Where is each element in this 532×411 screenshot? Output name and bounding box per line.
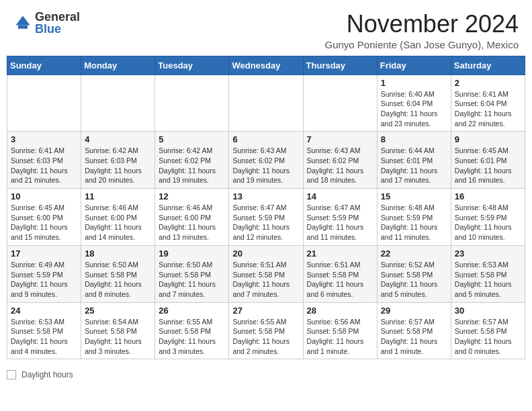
day-number: 4 xyxy=(85,134,151,144)
calendar-table: SundayMondayTuesdayWednesdayThursdayFrid… xyxy=(7,56,525,360)
day-number: 2 xyxy=(455,78,521,88)
day-number: 13 xyxy=(232,191,299,201)
day-info: Sunrise: 6:47 AM Sunset: 5:59 PM Dayligh… xyxy=(307,203,373,242)
calendar-cell: 9Sunrise: 6:45 AM Sunset: 6:01 PM Daylig… xyxy=(451,132,525,189)
day-number: 21 xyxy=(307,248,373,259)
weekday-header-row: SundayMondayTuesdayWednesdayThursdayFrid… xyxy=(7,56,525,75)
day-number: 5 xyxy=(159,134,225,144)
day-number: 28 xyxy=(307,306,373,316)
weekday-header: Tuesday xyxy=(155,56,229,75)
calendar-cell: 22Sunrise: 6:52 AM Sunset: 5:58 PM Dayli… xyxy=(377,245,451,302)
calendar-cell: 17Sunrise: 6:49 AM Sunset: 5:59 PM Dayli… xyxy=(7,245,81,302)
calendar-cell: 11Sunrise: 6:46 AM Sunset: 6:00 PM Dayli… xyxy=(81,189,155,246)
day-info: Sunrise: 6:51 AM Sunset: 5:58 PM Dayligh… xyxy=(232,260,299,300)
calendar-cell: 14Sunrise: 6:47 AM Sunset: 5:59 PM Dayli… xyxy=(303,189,377,246)
day-info: Sunrise: 6:51 AM Sunset: 5:58 PM Dayligh… xyxy=(307,260,373,300)
svg-rect-1 xyxy=(18,26,28,29)
day-number: 8 xyxy=(381,134,447,144)
calendar-cell: 4Sunrise: 6:42 AM Sunset: 6:03 PM Daylig… xyxy=(81,132,155,189)
svg-marker-0 xyxy=(16,16,30,26)
day-number: 18 xyxy=(85,248,151,259)
calendar-cell: 19Sunrise: 6:50 AM Sunset: 5:58 PM Dayli… xyxy=(155,245,229,302)
weekday-header: Monday xyxy=(81,56,155,75)
logo-general: General xyxy=(35,11,80,23)
calendar-week-row: 24Sunrise: 6:53 AM Sunset: 5:58 PM Dayli… xyxy=(7,302,525,359)
weekday-header: Wednesday xyxy=(229,56,303,75)
day-number: 14 xyxy=(307,191,373,201)
day-info: Sunrise: 6:41 AM Sunset: 6:04 PM Dayligh… xyxy=(455,89,521,129)
day-info: Sunrise: 6:53 AM Sunset: 5:58 PM Dayligh… xyxy=(11,317,77,357)
calendar-week-row: 10Sunrise: 6:45 AM Sunset: 6:00 PM Dayli… xyxy=(7,189,525,246)
location-title: Gunyo Poniente (San Jose Gunyo), Mexico xyxy=(325,39,519,50)
calendar-cell xyxy=(7,75,81,132)
calendar-cell: 27Sunrise: 6:55 AM Sunset: 5:58 PM Dayli… xyxy=(229,302,303,359)
day-number: 11 xyxy=(85,191,151,201)
day-info: Sunrise: 6:53 AM Sunset: 5:58 PM Dayligh… xyxy=(455,260,521,300)
calendar-cell: 1Sunrise: 6:40 AM Sunset: 6:04 PM Daylig… xyxy=(377,75,451,132)
day-info: Sunrise: 6:54 AM Sunset: 5:58 PM Dayligh… xyxy=(85,317,151,357)
calendar-cell: 21Sunrise: 6:51 AM Sunset: 5:58 PM Dayli… xyxy=(303,245,377,302)
calendar-cell: 12Sunrise: 6:46 AM Sunset: 6:00 PM Dayli… xyxy=(155,189,229,246)
page-header: General Blue November 2024 Gunyo Ponient… xyxy=(0,0,532,56)
day-number: 24 xyxy=(11,306,77,316)
day-info: Sunrise: 6:48 AM Sunset: 5:59 PM Dayligh… xyxy=(455,203,521,242)
day-info: Sunrise: 6:42 AM Sunset: 6:02 PM Dayligh… xyxy=(159,146,225,185)
day-number: 29 xyxy=(381,306,447,316)
day-number: 20 xyxy=(232,248,299,259)
daylight-icon xyxy=(7,370,16,379)
day-number: 26 xyxy=(159,306,225,316)
day-info: Sunrise: 6:45 AM Sunset: 6:01 PM Dayligh… xyxy=(455,146,521,185)
calendar-cell: 20Sunrise: 6:51 AM Sunset: 5:58 PM Dayli… xyxy=(229,245,303,302)
day-number: 12 xyxy=(159,191,225,201)
day-info: Sunrise: 6:50 AM Sunset: 5:58 PM Dayligh… xyxy=(159,260,225,300)
calendar-cell xyxy=(155,75,229,132)
day-info: Sunrise: 6:48 AM Sunset: 5:59 PM Dayligh… xyxy=(381,203,447,242)
day-number: 22 xyxy=(381,248,447,259)
calendar-cell xyxy=(81,75,155,132)
logo-text: General Blue xyxy=(35,11,80,35)
day-number: 27 xyxy=(232,306,299,316)
calendar-cell: 10Sunrise: 6:45 AM Sunset: 6:00 PM Dayli… xyxy=(7,189,81,246)
calendar-cell xyxy=(229,75,303,132)
calendar-cell: 2Sunrise: 6:41 AM Sunset: 6:04 PM Daylig… xyxy=(451,75,525,132)
day-number: 16 xyxy=(455,191,521,201)
calendar-wrapper: SundayMondayTuesdayWednesdayThursdayFrid… xyxy=(0,56,532,367)
calendar-cell: 16Sunrise: 6:48 AM Sunset: 5:59 PM Dayli… xyxy=(451,189,525,246)
calendar-cell: 23Sunrise: 6:53 AM Sunset: 5:58 PM Dayli… xyxy=(451,245,525,302)
logo-icon xyxy=(13,13,32,32)
calendar-week-row: 17Sunrise: 6:49 AM Sunset: 5:59 PM Dayli… xyxy=(7,245,525,302)
day-info: Sunrise: 6:57 AM Sunset: 5:58 PM Dayligh… xyxy=(381,317,447,357)
calendar-cell: 6Sunrise: 6:43 AM Sunset: 6:02 PM Daylig… xyxy=(229,132,303,189)
month-title: November 2024 xyxy=(325,11,519,38)
day-info: Sunrise: 6:44 AM Sunset: 6:01 PM Dayligh… xyxy=(381,146,447,185)
day-number: 1 xyxy=(381,78,447,88)
logo: General Blue xyxy=(13,11,80,35)
weekday-header: Friday xyxy=(377,56,451,75)
day-number: 6 xyxy=(232,134,299,144)
day-info: Sunrise: 6:47 AM Sunset: 5:59 PM Dayligh… xyxy=(232,203,299,242)
calendar-week-row: 3Sunrise: 6:41 AM Sunset: 6:03 PM Daylig… xyxy=(7,132,525,189)
calendar-cell: 29Sunrise: 6:57 AM Sunset: 5:58 PM Dayli… xyxy=(377,302,451,359)
calendar-cell: 26Sunrise: 6:55 AM Sunset: 5:58 PM Dayli… xyxy=(155,302,229,359)
weekday-header: Sunday xyxy=(7,56,81,75)
weekday-header: Thursday xyxy=(303,56,377,75)
calendar-cell: 28Sunrise: 6:56 AM Sunset: 5:58 PM Dayli… xyxy=(303,302,377,359)
calendar-cell: 24Sunrise: 6:53 AM Sunset: 5:58 PM Dayli… xyxy=(7,302,81,359)
day-info: Sunrise: 6:50 AM Sunset: 5:58 PM Dayligh… xyxy=(85,260,151,300)
logo-blue: Blue xyxy=(35,23,80,35)
day-number: 9 xyxy=(455,134,521,144)
calendar-cell: 30Sunrise: 6:57 AM Sunset: 5:58 PM Dayli… xyxy=(451,302,525,359)
day-info: Sunrise: 6:46 AM Sunset: 6:00 PM Dayligh… xyxy=(85,203,151,242)
calendar-cell: 18Sunrise: 6:50 AM Sunset: 5:58 PM Dayli… xyxy=(81,245,155,302)
day-info: Sunrise: 6:40 AM Sunset: 6:04 PM Dayligh… xyxy=(381,89,447,129)
day-info: Sunrise: 6:49 AM Sunset: 5:59 PM Dayligh… xyxy=(11,260,77,300)
day-number: 15 xyxy=(381,191,447,201)
calendar-cell: 15Sunrise: 6:48 AM Sunset: 5:59 PM Dayli… xyxy=(377,189,451,246)
calendar-cell: 3Sunrise: 6:41 AM Sunset: 6:03 PM Daylig… xyxy=(7,132,81,189)
day-info: Sunrise: 6:57 AM Sunset: 5:58 PM Dayligh… xyxy=(455,317,521,357)
day-info: Sunrise: 6:46 AM Sunset: 6:00 PM Dayligh… xyxy=(159,203,225,242)
day-number: 10 xyxy=(11,191,77,201)
day-info: Sunrise: 6:41 AM Sunset: 6:03 PM Dayligh… xyxy=(11,146,77,185)
calendar-footer: Daylight hours xyxy=(0,366,532,383)
day-info: Sunrise: 6:43 AM Sunset: 6:02 PM Dayligh… xyxy=(307,146,373,185)
